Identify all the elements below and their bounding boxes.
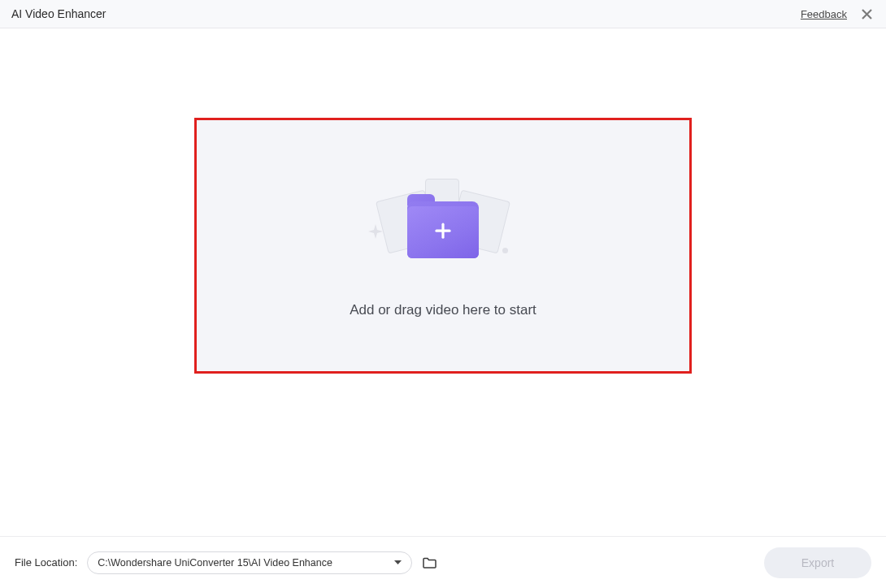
file-location-path: C:\Wondershare UniConverter 15\AI Video …: [98, 557, 332, 569]
chevron-down-icon: [393, 559, 402, 567]
file-location-label: File Location:: [15, 556, 77, 569]
dropzone-prompt: Add or drag video here to start: [350, 302, 536, 318]
close-icon: [861, 8, 873, 20]
video-dropzone[interactable]: Add or drag video here to start: [194, 118, 692, 374]
file-location-select[interactable]: C:\Wondershare UniConverter 15\AI Video …: [87, 551, 412, 574]
footer-bar: File Location: C:\Wondershare UniConvert…: [0, 536, 886, 588]
export-button[interactable]: Export: [764, 547, 871, 578]
header-bar: AI Video Enhancer Feedback: [0, 0, 886, 28]
dropzone-illustration: [370, 174, 516, 271]
dot-decoration: [502, 248, 508, 253]
open-folder-button[interactable]: [422, 556, 436, 570]
folder-icon: [423, 557, 436, 569]
app-title: AI Video Enhancer: [11, 7, 106, 20]
header-actions: Feedback: [801, 6, 875, 22]
plus-icon: [433, 221, 453, 240]
sparkle-icon: [368, 224, 383, 239]
feedback-link[interactable]: Feedback: [801, 8, 847, 20]
close-button[interactable]: [858, 6, 875, 22]
main-content: Add or drag video here to start: [0, 28, 886, 536]
folder-icon: [407, 201, 479, 258]
